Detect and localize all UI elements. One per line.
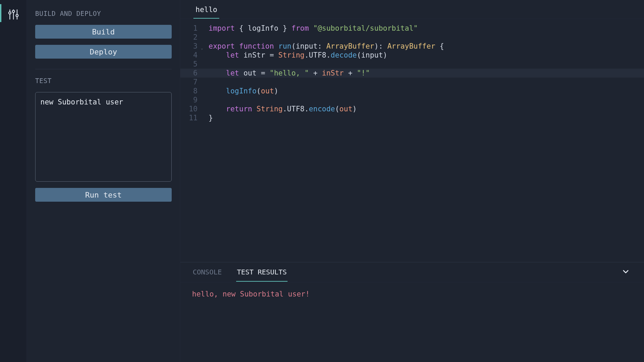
code-editor[interactable]: 123⌄4567891011 import { logInfo } from "…: [180, 19, 644, 262]
test-input[interactable]: [35, 92, 172, 182]
code-line[interactable]: let out = "hello, " + inStr + "!": [180, 69, 644, 78]
fold-marker-icon[interactable]: ⌄: [201, 44, 203, 53]
code-line[interactable]: }: [209, 113, 644, 122]
build-button[interactable]: Build: [35, 25, 172, 39]
deploy-button[interactable]: Deploy: [35, 45, 172, 59]
line-number: 4: [180, 51, 198, 60]
run-test-button[interactable]: Run test: [35, 188, 172, 202]
bottom-panel: CONSOLE TEST RESULTS hello, new Suborbit…: [180, 262, 644, 362]
active-indicator: [0, 4, 1, 22]
line-number: 9: [180, 95, 198, 104]
tab-hello[interactable]: hello: [193, 0, 219, 19]
section-build-deploy: BUILD AND DEPLOY: [35, 10, 172, 17]
code-line[interactable]: [209, 33, 644, 42]
line-number: 2: [180, 33, 198, 42]
svg-point-4: [12, 10, 14, 13]
tab-test-results[interactable]: TEST RESULTS: [236, 263, 288, 282]
code-body[interactable]: import { logInfo } from "@suborbital/sub…: [201, 24, 644, 262]
test-output: hello, new Suborbital user!: [180, 282, 644, 306]
sidebar-panel: BUILD AND DEPLOY Build Deploy TEST Run t…: [27, 0, 180, 362]
main-panel: hello 123⌄4567891011 import { logInfo } …: [180, 0, 644, 362]
line-number: 3⌄: [180, 42, 198, 51]
bottom-tabs: CONSOLE TEST RESULTS: [180, 262, 644, 282]
line-number: 1: [180, 24, 198, 33]
line-number: 11: [180, 113, 198, 122]
editor-tabs: hello: [180, 0, 644, 19]
icon-rail: [0, 0, 27, 362]
section-test: TEST: [35, 77, 172, 84]
settings-sliders-icon[interactable]: [7, 8, 20, 21]
line-number: 10: [180, 104, 198, 113]
line-number: 7: [180, 78, 198, 87]
code-line[interactable]: let inStr = String.UTF8.decode(input): [209, 51, 644, 60]
divider: [35, 69, 172, 69]
chevron-down-icon[interactable]: [619, 265, 632, 280]
line-number: 5: [180, 60, 198, 69]
tab-console[interactable]: CONSOLE: [192, 263, 222, 282]
code-line[interactable]: return String.UTF8.encode(out): [209, 104, 644, 113]
code-line[interactable]: [209, 95, 644, 104]
code-line[interactable]: import { logInfo } from "@suborbital/sub…: [209, 24, 644, 33]
code-line[interactable]: export function run(input: ArrayBuffer):…: [209, 42, 644, 51]
code-line[interactable]: [209, 78, 644, 87]
code-line[interactable]: logInfo(out): [209, 87, 644, 95]
line-number: 8: [180, 87, 198, 95]
code-line[interactable]: [209, 60, 644, 69]
svg-point-3: [9, 12, 11, 14]
svg-point-5: [16, 14, 18, 17]
line-number: 6: [180, 69, 198, 78]
line-gutter: 123⌄4567891011: [180, 24, 201, 262]
